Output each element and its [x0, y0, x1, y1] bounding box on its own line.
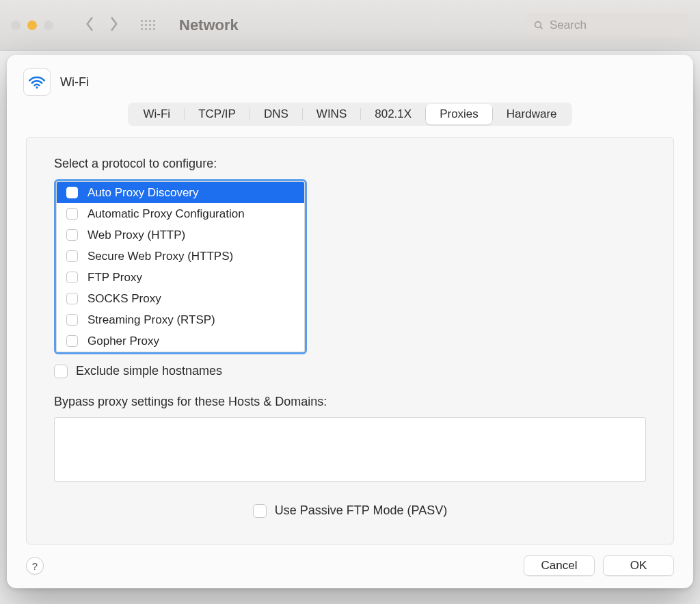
protocol-label: FTP Proxy [88, 271, 142, 285]
help-button[interactable]: ? [26, 557, 44, 575]
svg-point-0 [535, 21, 541, 27]
checkbox-icon[interactable] [66, 229, 78, 241]
checkbox-icon[interactable] [66, 272, 78, 283]
checkbox-icon[interactable] [66, 293, 78, 304]
tab-hardware[interactable]: Hardware [493, 104, 571, 124]
nav-arrows [85, 16, 119, 34]
tab-proxies[interactable]: Proxies [426, 104, 492, 124]
pasv-label: Use Passive FTP Mode (PASV) [275, 503, 447, 518]
protocol-label: Streaming Proxy (RTSP) [88, 313, 215, 327]
bypass-hosts-textarea[interactable] [54, 417, 646, 482]
checkbox-icon [54, 365, 68, 378]
checkbox-icon[interactable] [66, 314, 78, 326]
wifi-icon [23, 68, 51, 96]
protocol-label: Automatic Proxy Configuration [88, 207, 245, 221]
tab-802-1x[interactable]: 802.1X [361, 104, 425, 124]
protocol-row[interactable]: Auto Proxy Discovery [57, 182, 304, 203]
svg-point-2 [36, 86, 38, 88]
tab-tcp-ip[interactable]: TCP/IP [185, 104, 250, 124]
tab-bar: Wi-FiTCP/IPDNSWINS802.1XProxiesHardware [128, 103, 571, 126]
protocol-label: Gopher Proxy [88, 334, 159, 348]
forward-button[interactable] [109, 16, 119, 34]
search-icon [533, 19, 544, 31]
protocol-row[interactable]: FTP Proxy [57, 267, 304, 288]
svg-line-1 [540, 27, 542, 29]
chevron-left-icon [85, 16, 94, 31]
protocol-row[interactable]: SOCKS Proxy [57, 288, 304, 309]
sheet-footer: ? Cancel OK [7, 544, 693, 576]
window-titlebar: Network [0, 0, 700, 51]
window-zoom-button[interactable] [44, 21, 53, 30]
window-minimize-button[interactable] [27, 21, 37, 30]
checkbox-icon[interactable] [66, 335, 78, 347]
sheet-header: Wi-Fi [7, 68, 693, 105]
tab-wi-fi[interactable]: Wi-Fi [129, 104, 184, 124]
protocol-label: Auto Proxy Discovery [88, 186, 199, 200]
protocol-list[interactable]: Auto Proxy DiscoveryAutomatic Proxy Conf… [54, 179, 307, 354]
passive-ftp-checkbox[interactable]: Use Passive FTP Mode (PASV) [54, 503, 646, 518]
proxies-panel: Select a protocol to configure: Auto Pro… [26, 137, 674, 544]
bypass-label: Bypass proxy settings for these Hosts & … [54, 395, 646, 409]
tab-wins[interactable]: WINS [303, 104, 360, 124]
chevron-right-icon [109, 16, 119, 31]
connection-name: Wi-Fi [60, 75, 89, 90]
tab-dns[interactable]: DNS [250, 104, 302, 124]
checkbox-icon[interactable] [66, 250, 78, 262]
search-field[interactable] [525, 13, 689, 38]
network-advanced-sheet: Wi-Fi Wi-FiTCP/IPDNSWINS802.1XProxiesHar… [7, 55, 693, 588]
search-input[interactable] [550, 18, 681, 32]
protocol-heading: Select a protocol to configure: [54, 157, 646, 171]
protocol-label: Secure Web Proxy (HTTPS) [88, 250, 233, 263]
protocol-row[interactable]: Web Proxy (HTTP) [57, 224, 304, 246]
help-icon: ? [32, 560, 38, 572]
cancel-button[interactable]: Cancel [524, 555, 595, 576]
checkbox-icon[interactable] [66, 187, 78, 198]
show-all-prefs-button[interactable] [141, 18, 156, 33]
exclude-simple-hostnames-checkbox[interactable]: Exclude simple hostnames [54, 364, 646, 378]
ok-label: OK [630, 559, 647, 573]
window-close-button[interactable] [11, 21, 21, 30]
ok-button[interactable]: OK [603, 555, 674, 576]
traffic-lights [11, 21, 53, 30]
checkbox-icon [253, 504, 267, 518]
window-title: Network [179, 16, 239, 34]
protocol-row[interactable]: Automatic Proxy Configuration [57, 203, 304, 224]
cancel-label: Cancel [541, 559, 578, 573]
protocol-row[interactable]: Gopher Proxy [57, 330, 304, 352]
protocol-row[interactable]: Secure Web Proxy (HTTPS) [57, 246, 304, 267]
protocol-label: Web Proxy (HTTP) [88, 228, 185, 242]
checkbox-icon[interactable] [66, 208, 78, 220]
exclude-label: Exclude simple hostnames [76, 364, 222, 378]
protocol-row[interactable]: Streaming Proxy (RTSP) [57, 309, 304, 330]
protocol-label: SOCKS Proxy [88, 292, 161, 306]
back-button[interactable] [85, 16, 94, 34]
